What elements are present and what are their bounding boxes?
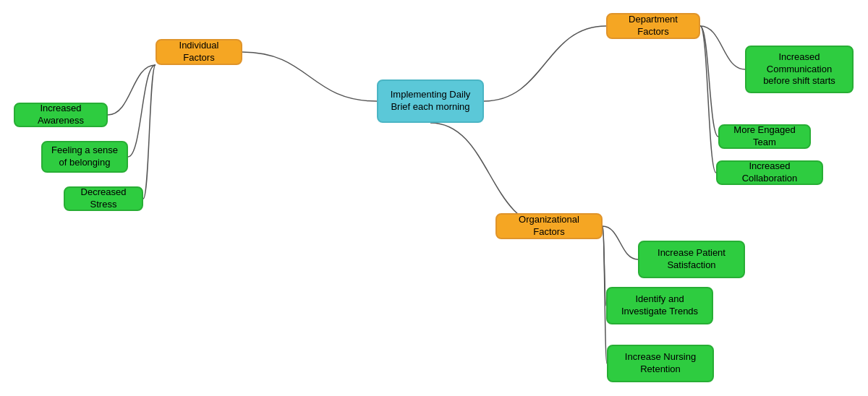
increased-comm-node: Increased Communication before shift sta… xyxy=(745,46,854,93)
identify-trends-node: Identify and Investigate Trends xyxy=(606,287,713,324)
department-factors-node: Department Factors xyxy=(606,13,700,39)
center-node: Implementing Daily Brief each morning xyxy=(377,79,484,123)
increased-awareness-node: Increased Awareness xyxy=(14,103,108,127)
org-factors-node: Organizational Factors xyxy=(495,213,603,239)
more-engaged-node: More Engaged Team xyxy=(718,124,811,149)
individual-factors-node: Individual Factors xyxy=(156,39,242,65)
increase-nursing-node: Increase Nursing Retention xyxy=(607,345,714,382)
increase-patient-node: Increase Patient Satisfaction xyxy=(638,241,745,278)
decreased-stress-node: Decreased Stress xyxy=(64,186,143,211)
feeling-belonging-node: Feeling a sense of belonging xyxy=(41,141,128,173)
increased-collab-node: Increased Collaboration xyxy=(716,160,823,185)
